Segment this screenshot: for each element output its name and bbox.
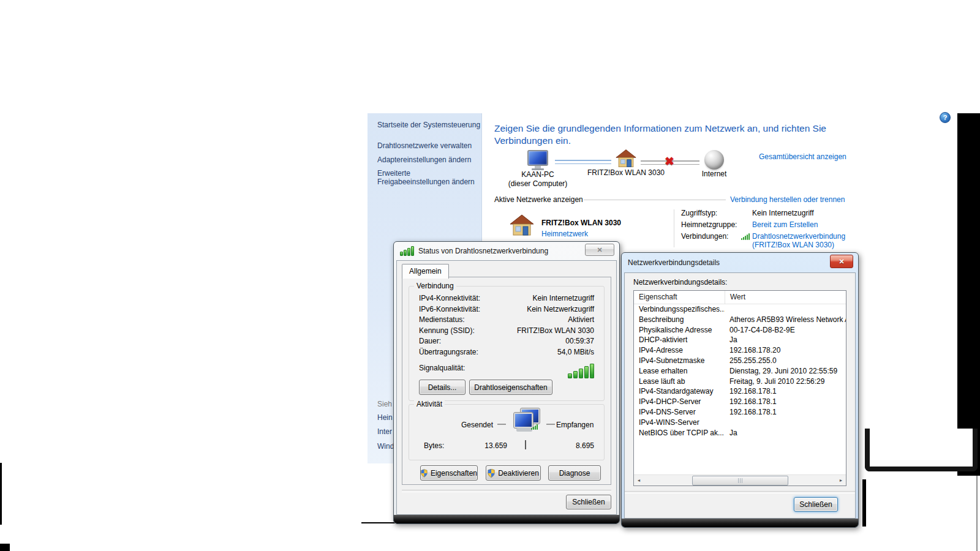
tab-panel: Verbindung IPv4-Konnektivität:Kein Inter… — [402, 277, 611, 485]
sidebar-item-adapter-settings[interactable]: Adaptereinstellungen ändern — [377, 156, 471, 164]
network-details-dialog: Netzwerkverbindungsdetails ✕ Netzwerkver… — [621, 252, 859, 528]
homegroup-label: Heimnetzgruppe: — [681, 220, 737, 229]
column-header-property[interactable]: Eigenschaft — [634, 291, 725, 304]
active-networks-header: Aktive Netzwerke anzeigen — [494, 195, 583, 204]
active-network-name: FRITZ!Box WLAN 3030 — [541, 219, 621, 227]
horizontal-scrollbar[interactable]: ◄ ► — [634, 474, 846, 485]
bytes-sent-value: 13.659 — [470, 441, 507, 450]
divider — [525, 440, 526, 449]
table-row: Physikalische Adresse00-17-C4-D8-B2-9E — [634, 325, 846, 335]
table-row: Lease erhaltenDienstag, 29. Juni 2010 22… — [634, 366, 846, 377]
connection-link[interactable]: Drahtlosnetzwerkverbindung — [752, 232, 845, 241]
row-label: Übertragungsrate: — [419, 348, 478, 356]
close-icon[interactable]: ✕ — [830, 255, 853, 268]
disable-button-label: Deaktivieren — [498, 469, 539, 478]
full-map-link[interactable]: Gesamtübersicht anzeigen — [759, 152, 846, 161]
homegroup-link[interactable]: Bereit zum Erstellen — [752, 220, 818, 229]
close-button[interactable]: Schließen — [566, 495, 611, 509]
properties-button[interactable]: Eigenschaften — [420, 465, 478, 481]
sidebar-see-also-header: Sieh — [377, 400, 392, 408]
sidebar-item-firewall[interactable]: Wind — [377, 442, 394, 451]
map-node-computer[interactable]: KAAN-PC (dieser Computer) — [501, 150, 575, 189]
table-row: IPv4-Subnetzmaske255.255.255.0 — [634, 356, 846, 366]
connection-group-label: Verbindung — [414, 282, 456, 290]
row-label: Dauer: — [419, 337, 441, 345]
scroll-right-icon[interactable]: ► — [836, 476, 846, 485]
access-type-value: Kein Internetzugriff — [752, 209, 814, 217]
column-header-value[interactable]: Wert — [725, 291, 846, 304]
activity-group-label: Aktivität — [414, 400, 445, 408]
background-window-edge-right — [957, 113, 980, 476]
details-button[interactable]: Details... — [419, 380, 466, 395]
tab-allgemein[interactable]: Allgemein — [402, 264, 449, 279]
sidebar-item-homegroup[interactable]: Hein — [377, 413, 393, 422]
table-row: IPv4-DHCP-Server192.168.178.1 — [634, 397, 846, 407]
background-square-bottom-left — [0, 544, 10, 551]
wireless-properties-button[interactable]: Drahtloseigenschaften — [469, 380, 552, 395]
table-row: IPv4-Standardgateway192.168.178.1 — [634, 386, 846, 397]
sidebar-item-internet-options[interactable]: Inter — [377, 427, 392, 436]
map-node-sublabel: (dieser Computer) — [501, 179, 575, 189]
background-grey-line — [976, 476, 978, 551]
background-edge-left — [0, 463, 2, 525]
help-icon[interactable]: ? — [940, 112, 951, 123]
details-list-label: Netzwerkverbindungsdetails: — [633, 278, 727, 287]
divider — [625, 491, 855, 493]
properties-button-label: Eigenschaften — [431, 469, 477, 478]
diagnose-button[interactable]: Diagnose — [548, 465, 601, 481]
received-label: Empfangen — [556, 421, 594, 429]
scrollbar-thumb[interactable] — [692, 476, 788, 485]
table-row: Lease läuft abFreitag, 9. Juli 2010 22:5… — [634, 377, 846, 387]
sent-label: Gesendet — [459, 421, 493, 429]
row-label: Medienstatus: — [419, 315, 465, 324]
table-row: IPv4-DNS-Server192.168.178.1 — [634, 407, 846, 418]
map-node-label: KAAN-PC — [501, 170, 575, 179]
details-listview[interactable]: Eigenschaft Wert Verbindungsspezifisches… — [633, 290, 846, 486]
uac-shield-icon — [488, 469, 495, 478]
details-dialog-title: Netzwerkverbindungsdetails — [628, 258, 720, 267]
map-node-label: Internet — [688, 170, 740, 179]
window-frame-bottom — [394, 515, 619, 523]
activity-group: Aktivität Gesendet Empfangen Bytes: 13.6… — [409, 404, 605, 460]
map-node-label: FRITZ!Box WLAN 3030 — [583, 168, 669, 178]
activity-computers-icon — [511, 408, 541, 434]
active-network-house-icon — [510, 214, 534, 239]
close-icon[interactable]: ✕ — [585, 244, 614, 256]
row-value: Aktiviert — [568, 315, 594, 324]
connect-disconnect-link[interactable]: Verbindung herstellen oder trennen — [730, 195, 845, 204]
divider — [584, 200, 726, 200]
divider — [402, 490, 611, 492]
bytes-received-value: 8.695 — [556, 441, 594, 450]
globe-icon — [704, 150, 724, 170]
disable-button[interactable]: Deaktivieren — [486, 465, 541, 481]
table-row: Verbindungsspezifisches... — [634, 304, 846, 315]
details-dialog-titlebar[interactable]: Netzwerkverbindungsdetails — [622, 253, 858, 272]
page-title: Zeigen Sie die grundlegenden Information… — [494, 122, 846, 147]
sidebar-item-manage-wireless[interactable]: Drahtlosnetzwerke verwalten — [377, 141, 472, 150]
table-row: DHCP-aktiviertJa — [634, 335, 846, 345]
row-value: Kein Netzwerkzugriff — [527, 305, 594, 313]
row-value: FRITZ!Box WLAN 3030 — [517, 326, 594, 335]
status-dialog-title: Status von Drahtlosnetzwerkverbindung — [418, 247, 548, 255]
connection-link-detail[interactable]: (FRITZ!Box WLAN 3030) — [752, 241, 834, 249]
dash-icon — [546, 424, 555, 425]
background-strip — [862, 479, 866, 527]
row-value: 00:59:37 — [565, 337, 594, 345]
listview-header[interactable]: Eigenschaft Wert — [634, 291, 846, 304]
close-button[interactable]: Schließen — [794, 497, 838, 512]
sidebar-item-control-panel-home[interactable]: Startseite der Systemsteuerung — [377, 121, 480, 129]
no-connection-x-icon: ✖ — [665, 154, 674, 168]
dash-icon — [497, 424, 506, 425]
sidebar-item-advanced-sharing[interactable]: Erweiterte Freigabeeinstellungen ändern — [377, 169, 477, 186]
house-icon — [616, 149, 636, 168]
scroll-left-icon[interactable]: ◄ — [634, 476, 644, 485]
table-row: BeschreibungAtheros AR5B93 Wireless Netw… — [634, 315, 846, 325]
map-node-internet[interactable]: Internet — [688, 150, 740, 179]
window-frame-bottom — [622, 519, 858, 527]
network-type-link[interactable]: Heimnetzwerk — [541, 230, 588, 238]
wifi-signal-icon — [741, 233, 750, 240]
connections-label: Verbindungen: — [681, 232, 728, 241]
signal-quality-bars-icon — [568, 364, 594, 378]
uac-shield-icon — [421, 469, 428, 478]
row-value: 54,0 MBit/s — [557, 348, 594, 356]
